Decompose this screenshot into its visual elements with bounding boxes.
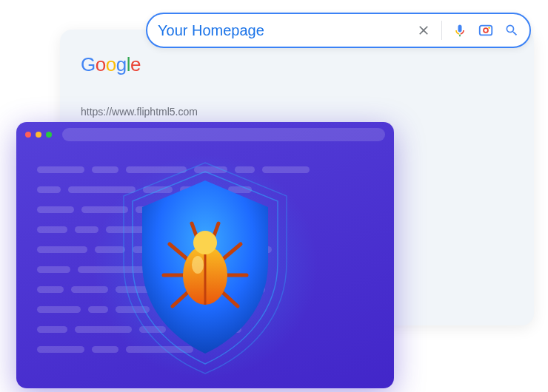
result-url: https://www.fliphtml5.com	[81, 106, 513, 118]
logo-letter: G	[81, 53, 96, 76]
mic-icon[interactable]	[452, 21, 467, 39]
search-bar	[146, 13, 531, 48]
divider	[441, 21, 442, 40]
logo-letter: g	[116, 53, 127, 76]
svg-point-1	[484, 28, 488, 33]
search-input[interactable]	[158, 22, 416, 39]
svg-rect-2	[488, 27, 490, 28]
address-bar[interactable]	[62, 128, 385, 141]
close-icon[interactable]	[416, 23, 431, 38]
logo-letter: o	[96, 53, 106, 76]
svg-point-5	[192, 256, 204, 274]
svg-point-4	[193, 231, 217, 254]
logo-letter: o	[106, 53, 116, 76]
search-icon-group	[416, 21, 519, 40]
shield-graphic	[101, 155, 309, 377]
shield-icon	[101, 155, 309, 377]
lens-icon[interactable]	[478, 22, 494, 38]
traffic-light-minimize-icon[interactable]	[36, 132, 41, 138]
svg-rect-0	[480, 26, 492, 36]
traffic-light-zoom-icon[interactable]	[46, 132, 52, 138]
search-icon[interactable]	[504, 23, 519, 38]
shield-window	[16, 122, 394, 388]
logo-letter: e	[130, 53, 141, 76]
traffic-light-close-icon[interactable]	[25, 132, 31, 138]
google-logo: G o o g l e	[81, 53, 513, 76]
